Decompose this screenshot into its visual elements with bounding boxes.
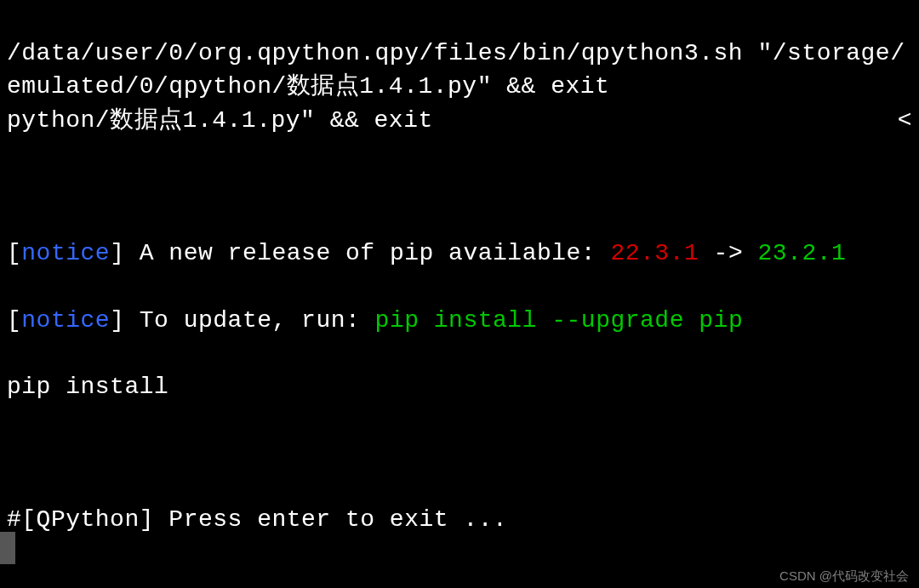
notice-label-1: notice — [21, 240, 110, 266]
notice-line-1: [notice] A new release of pip available:… — [7, 237, 912, 270]
new-version: 23.2.1 — [758, 240, 847, 266]
cursor-block — [0, 532, 15, 564]
upgrade-command: pip install --upgrade pip — [375, 307, 744, 334]
command-line-2: python/数据点1.4.1.py" && exit — [7, 104, 433, 137]
notice-text-2: To update, run: — [124, 307, 374, 334]
pip-install-line: pip install — [7, 370, 912, 403]
notice-line-2: [notice] To update, run: pip install --u… — [7, 304, 912, 337]
blank-line-2 — [7, 437, 912, 470]
notice-label-2: notice — [21, 307, 110, 334]
terminal-output[interactable]: /data/user/0/org.qpython.qpy/files/bin/q… — [7, 3, 912, 570]
version-arrow: -> — [699, 240, 757, 266]
bracket-open-1: [ — [7, 240, 21, 266]
bracket-close-2: ] — [110, 307, 124, 334]
command-line-2-row: python/数据点1.4.1.py" && exit< — [7, 104, 912, 137]
old-version: 22.3.1 — [610, 240, 699, 266]
scroll-indicator: < — [898, 104, 912, 137]
bracket-open-2: [ — [7, 307, 21, 334]
command-line-1: /data/user/0/org.qpython.qpy/files/bin/q… — [7, 40, 905, 100]
exit-prompt: #[QPython] Press enter to exit ... — [7, 503, 912, 536]
bracket-close-1: ] — [110, 240, 124, 266]
blank-line-1 — [7, 170, 912, 203]
notice-text-1: A new release of pip available: — [124, 240, 610, 266]
watermark-text: CSDN @代码改变社会 — [779, 567, 909, 585]
